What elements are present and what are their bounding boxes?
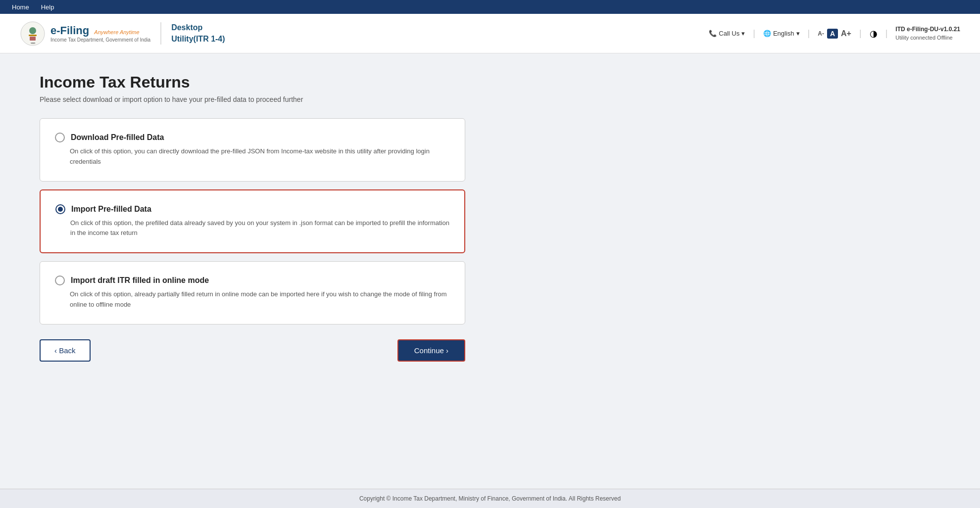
nav-help[interactable]: Help [41, 3, 54, 11]
radio-inner-dot [58, 207, 63, 212]
import-option-title: Import Pre-filled Data [71, 205, 151, 214]
lang-dropdown-icon: ▾ [796, 30, 800, 37]
download-option-card[interactable]: Download Pre-filled Data On click of thi… [40, 118, 465, 182]
page-title: Income Tax Returns [40, 73, 653, 92]
contrast-button[interactable]: ◑ [870, 28, 878, 39]
continue-button[interactable]: Continue › [397, 339, 465, 362]
separator-4: | [885, 28, 888, 39]
main-content: Income Tax Returns Please select downloa… [0, 53, 693, 381]
svg-point-1 [29, 27, 36, 34]
font-large-button[interactable]: A+ [841, 29, 851, 38]
import-radio[interactable] [55, 204, 65, 214]
utility-version: ITD e-Filing-DU-v1.0.21 [895, 25, 960, 34]
font-controls: A- A A+ [818, 29, 851, 39]
globe-icon: 🌐 [763, 30, 771, 37]
language-button[interactable]: 🌐 English ▾ [763, 30, 800, 37]
header-right: 📞 Call Us ▾ | 🌐 English ▾ | A- A A+ | ◑ … [709, 25, 960, 42]
back-button[interactable]: ‹ Back [40, 339, 91, 362]
separator-3: | [859, 28, 862, 39]
nav-home[interactable]: Home [12, 3, 29, 11]
utility-status: Utility connected Offline [895, 34, 960, 42]
svg-text:भारत: भारत [31, 42, 35, 45]
call-dropdown-icon: ▾ [741, 30, 745, 37]
efiling-brand: e-Filing Anywhere Anytime [50, 24, 150, 37]
header: भारत e-Filing Anywhere Anytime Income Ta… [0, 14, 980, 53]
logo-area: भारत e-Filing Anywhere Anytime Income Ta… [20, 21, 150, 46]
draft-option-desc: On click of this option, already partial… [70, 289, 450, 310]
draft-option-title: Import draft ITR filled in online mode [71, 276, 209, 285]
svg-rect-3 [30, 37, 36, 41]
buttons-area: ‹ Back Continue › [40, 339, 465, 362]
logo-text: e-Filing Anywhere Anytime Income Tax Dep… [50, 24, 150, 43]
separator-1: | [753, 28, 755, 39]
draft-option-card[interactable]: Import draft ITR filled in online mode O… [40, 261, 465, 324]
download-option-desc: On click of this option, you can directl… [70, 146, 450, 167]
call-us-button[interactable]: 📞 Call Us ▾ [709, 30, 745, 37]
top-navigation: Home Help [0, 0, 980, 14]
footer-text: Copyright © Income Tax Department, Minis… [359, 495, 621, 502]
footer: Copyright © Income Tax Department, Minis… [0, 489, 980, 508]
header-left: भारत e-Filing Anywhere Anytime Income Ta… [20, 21, 225, 46]
download-option-header: Download Pre-filled Data [55, 133, 450, 142]
download-option-title: Download Pre-filled Data [71, 133, 164, 142]
import-option-header: Import Pre-filled Data [55, 204, 449, 214]
draft-radio[interactable] [55, 276, 65, 285]
download-radio[interactable] [55, 133, 65, 142]
import-option-card[interactable]: Import Pre-filled Data On click of this … [40, 189, 465, 254]
page-subtitle: Please select download or import option … [40, 95, 653, 103]
font-small-button[interactable]: A- [818, 30, 824, 37]
import-option-desc: On click of this option, the prefilled d… [70, 218, 449, 239]
separator-2: | [808, 28, 810, 39]
utility-title: Desktop Utility(ITR 1-4) [160, 22, 225, 45]
draft-option-header: Import draft ITR filled in online mode [55, 276, 450, 285]
font-medium-button[interactable]: A [827, 29, 838, 39]
phone-icon: 📞 [709, 30, 717, 37]
logo-subtitle: Income Tax Department, Government of Ind… [50, 37, 150, 43]
svg-rect-2 [29, 35, 37, 36]
utility-info: ITD e-Filing-DU-v1.0.21 Utility connecte… [895, 25, 960, 42]
efiling-tagline: Anywhere Anytime [94, 29, 139, 35]
emblem-icon: भारत [20, 21, 46, 46]
